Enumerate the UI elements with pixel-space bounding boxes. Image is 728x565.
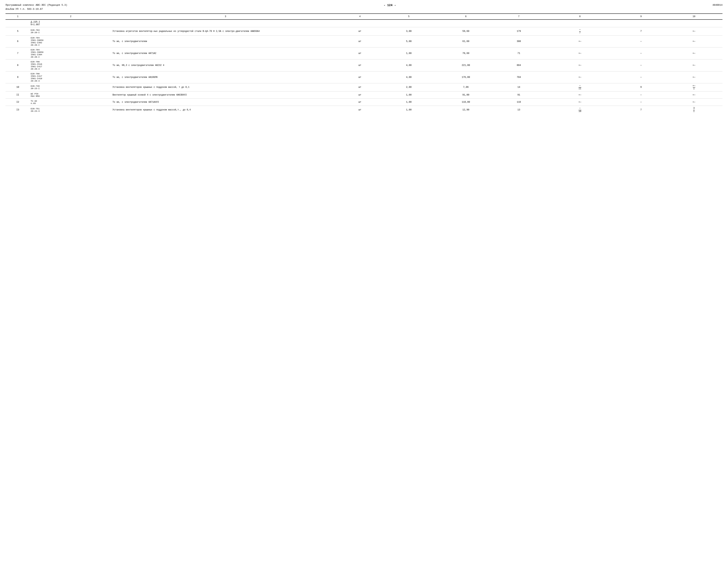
row-col10: =— bbox=[665, 91, 722, 99]
row-col7: 884 bbox=[494, 59, 543, 71]
row-col5: 1,00 bbox=[380, 91, 437, 99]
separator-row: Д.22П.IК=1.087 bbox=[6, 20, 722, 27]
col-header-8: 8 bbox=[543, 14, 616, 20]
equal-dash: =— bbox=[579, 101, 581, 103]
fraction-value: 3I bbox=[693, 107, 695, 113]
table-row: 8 Е20-708I501-I516I501-I41720-20-3 То же… bbox=[6, 59, 722, 71]
row-code: Е20-708I501-I417I501-I41020-20-3 bbox=[30, 71, 112, 83]
album-subtitle: Альбом УП т.п. 503-3-19.87 bbox=[6, 8, 722, 10]
row-col9: — bbox=[616, 99, 665, 106]
row-unit: шт bbox=[340, 106, 380, 114]
row-col9: 7 bbox=[616, 27, 665, 36]
row-desc: То же, с электродвигателем 4А71А2 bbox=[112, 47, 340, 59]
table-row: 10 Е20-74920-23-I Установка вентиляторов… bbox=[6, 83, 722, 91]
row-num: 8 bbox=[6, 59, 30, 71]
row-col6: 70,60 bbox=[437, 47, 494, 59]
row-col8: =— bbox=[543, 47, 616, 59]
row-code: Е20-70420-20-I bbox=[30, 27, 112, 36]
row-col9: — bbox=[616, 35, 665, 47]
sep-col2: Д.22П.IК=1.087 bbox=[30, 20, 112, 27]
header-left-text: Программный комплекс АВС-ЭЕС (Редакция 5… bbox=[6, 4, 67, 6]
row-desc: То же, с электродвигателем bbox=[112, 35, 340, 47]
header-right-text: 4840014 bbox=[712, 4, 722, 6]
row-unit: шт bbox=[340, 47, 380, 59]
row-code: ШI PI9П64 МРИ bbox=[30, 91, 112, 99]
row-col5: 1,00 bbox=[380, 106, 437, 114]
fraction-value: —II bbox=[579, 85, 581, 90]
row-unit: шт bbox=[340, 91, 380, 99]
row-col5: 4,00 bbox=[380, 59, 437, 71]
row-col8: =— bbox=[543, 99, 616, 106]
col-header-1: 1 bbox=[6, 14, 30, 20]
row-unit: шт bbox=[340, 27, 380, 36]
equal-dash-10: =— bbox=[693, 76, 695, 79]
row-code: То жеп.65 bbox=[30, 99, 112, 106]
row-col6: 221,00 bbox=[437, 59, 494, 71]
fraction-value: —10 bbox=[579, 107, 581, 113]
row-col5: 3,00 bbox=[380, 27, 437, 36]
row-col8: —II bbox=[543, 83, 616, 91]
fraction-value: =—I bbox=[693, 85, 695, 90]
col-header-10: 10 bbox=[665, 14, 722, 20]
equal-dash: =— bbox=[579, 40, 581, 43]
equal-dash: =— bbox=[579, 94, 581, 96]
row-col7: 71 bbox=[494, 47, 543, 59]
row-unit: шт bbox=[340, 35, 380, 47]
equal-dash: =— bbox=[579, 76, 581, 79]
equal-dash-10: =— bbox=[693, 94, 695, 96]
row-col10: =— bbox=[665, 71, 722, 83]
col-header-3: 3 bbox=[112, 14, 340, 20]
equal-dash-10: =— bbox=[693, 30, 695, 33]
row-col6: 7,06 bbox=[437, 83, 494, 91]
row-code: Е20-704I501-I0059I501-I39420-20-I bbox=[30, 47, 112, 59]
row-num: 9 bbox=[6, 71, 30, 83]
col-header-6: 6 bbox=[437, 14, 494, 20]
row-col8: =— bbox=[543, 59, 616, 71]
row-desc: Установка вентиляторов крышных с поддоно… bbox=[112, 106, 340, 114]
row-code: Е20-704I501-I0059I501-I39220-20-I bbox=[30, 35, 112, 47]
row-col5: 5,00 bbox=[380, 35, 437, 47]
row-col8: —10 bbox=[543, 106, 616, 114]
row-num: 10 bbox=[6, 83, 30, 91]
row-code: Е20-74920-23-I bbox=[30, 83, 112, 91]
col-header-5: 5 bbox=[380, 14, 437, 20]
row-col5: 1,00 bbox=[380, 47, 437, 59]
equal-dash-10: =— bbox=[693, 101, 695, 103]
row-col10: =— bbox=[665, 99, 722, 106]
equal-dash-10: =— bbox=[693, 40, 695, 43]
row-num: 5 bbox=[6, 27, 30, 36]
equal-dash-10: =— bbox=[693, 52, 695, 55]
row-col6: 12,90 bbox=[437, 106, 494, 114]
table-row: II ШI PI9П64 МРИ Вентилятор крышный осев… bbox=[6, 91, 722, 99]
sep-spacer bbox=[112, 20, 722, 27]
table-row: 5 Е20-70420-20-I Установка агрегатов вен… bbox=[6, 27, 722, 36]
row-col8: =— bbox=[543, 91, 616, 99]
page-header: Программный комплекс АВС-ЭЕС (Редакция 5… bbox=[6, 4, 722, 7]
col-header-2: 2 bbox=[30, 14, 112, 20]
table-row: I2 То жеп.65 То же, с электродвигателем … bbox=[6, 99, 722, 106]
table-row: I3 Е20-75120-23-3 Установка вентиляторов… bbox=[6, 106, 722, 114]
row-col9: — bbox=[616, 71, 665, 83]
col-header-9: 9 bbox=[616, 14, 665, 20]
row-col9: — bbox=[616, 91, 665, 99]
table-header-row: 1 2 3 4 5 6 7 8 9 10 bbox=[6, 14, 722, 20]
row-col5: 4,00 bbox=[380, 71, 437, 83]
row-col10: =— bbox=[665, 47, 722, 59]
row-desc: Вентилятор крышный осевой 4 с электродви… bbox=[112, 91, 340, 99]
equal-dash: =— bbox=[579, 64, 581, 67]
table-row: 9 Е20-708I501-I417I501-I41020-20-3 То же… bbox=[6, 71, 722, 83]
row-desc: То же, с электродвигателем 4А71А4У2 bbox=[112, 99, 340, 106]
row-col6: 91,00 bbox=[437, 91, 494, 99]
row-code: Е20-75120-23-3 bbox=[30, 106, 112, 114]
row-unit: шт bbox=[340, 99, 380, 106]
row-desc: То же, Н6,3 с электродвигателем 4АI32 4 bbox=[112, 59, 340, 71]
row-desc: Установка вентиляторов крышных с поддоно… bbox=[112, 83, 340, 91]
row-col7: 110 bbox=[494, 99, 543, 106]
table-row: 6 Е20-704I501-I0059I501-I39220-20-I То ж… bbox=[6, 35, 722, 47]
equal-dash: =— bbox=[579, 52, 581, 55]
row-col10: =— bbox=[665, 35, 722, 47]
row-col9: — bbox=[616, 47, 665, 59]
row-code: Е20-708I501-I516I501-I41720-20-3 bbox=[30, 59, 112, 71]
row-col6: 176,00 bbox=[437, 71, 494, 83]
row-num: 7 bbox=[6, 47, 30, 59]
